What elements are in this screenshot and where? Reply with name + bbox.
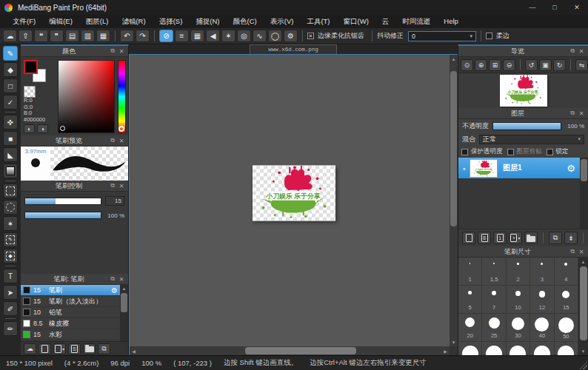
eraser-tool[interactable]: ◆	[3, 62, 18, 77]
chat-button[interactable]: ❞	[50, 30, 64, 42]
saturation-cursor[interactable]	[60, 126, 65, 131]
new-layer-button[interactable]	[462, 232, 475, 244]
popout-icon[interactable]: ⧉	[108, 275, 117, 283]
zoom-reset-button[interactable]: ⊙	[461, 59, 473, 71]
brush-size-option[interactable]	[482, 342, 506, 355]
layer-gear-icon[interactable]: ⚙	[567, 163, 575, 174]
eyedropper-tool[interactable]: ✐	[3, 301, 18, 316]
menu-window[interactable]: 窗口(W)	[337, 15, 375, 28]
foreground-color-swatch[interactable]	[24, 60, 38, 74]
close-icon[interactable]: ✕	[117, 276, 126, 283]
menu-cloud[interactable]: 云	[375, 15, 396, 28]
transparent-color-swatch[interactable]	[24, 86, 36, 98]
cloud-brush-button[interactable]: ☁	[24, 343, 36, 354]
layer-opacity-slider[interactable]	[492, 122, 561, 130]
soft-edge-checkbox[interactable]	[486, 33, 492, 39]
menu-layer[interactable]: 图层(L)	[79, 15, 116, 28]
curve-tool[interactable]: ✓	[3, 95, 18, 110]
menu-tools[interactable]: 工具(T)	[300, 15, 336, 28]
hue-slider[interactable]	[118, 60, 126, 133]
select-tool[interactable]	[3, 184, 18, 198]
resize-grip[interactable]	[579, 361, 587, 369]
menu-file[interactable]: 文件(F)	[6, 15, 42, 28]
scroll-up-icon[interactable]: ▲	[578, 258, 588, 266]
brush-opacity-slider[interactable]	[24, 212, 101, 219]
undo-button[interactable]: ↶	[120, 30, 134, 42]
layer-folder-button[interactable]	[524, 232, 538, 244]
brush-size-option[interactable]: 40	[530, 314, 554, 342]
brush-list-scrollbar[interactable]: ▲	[120, 285, 128, 341]
scroll-right-icon[interactable]: ▶	[441, 346, 450, 355]
brush-size-option[interactable]	[507, 342, 530, 355]
hue-cursor[interactable]	[118, 126, 124, 132]
maximize-button[interactable]: □	[544, 0, 566, 15]
brush-size-option[interactable]: 15	[555, 286, 578, 314]
flip-button[interactable]: ⇋	[575, 59, 588, 71]
scrollbar-thumb[interactable]	[245, 347, 356, 354]
brush-size-option[interactable]	[555, 342, 578, 355]
zoom-fit-button[interactable]: ⊞	[489, 59, 501, 71]
rotate-left-button[interactable]: ↺	[525, 59, 538, 71]
scrollbar-thumb[interactable]	[450, 71, 457, 226]
close-button[interactable]: ✕	[566, 0, 588, 15]
layer-item[interactable]: ● 图层1 ⚙	[458, 158, 580, 178]
select-eraser-tool[interactable]: ◆	[3, 249, 18, 263]
brush-size-option[interactable]	[530, 342, 554, 355]
close-icon[interactable]: ✕	[117, 48, 126, 55]
minimize-button[interactable]: —	[521, 0, 544, 15]
snap-ellipse-button[interactable]: ◯	[268, 30, 282, 42]
color-swatches[interactable]	[24, 60, 49, 84]
brush-list-item[interactable]: 15 水彩	[21, 329, 120, 340]
gradient-tool[interactable]	[3, 164, 18, 178]
add-layer-menu-button[interactable]: +▾	[509, 232, 522, 244]
snap-concentric-button[interactable]: ◎	[237, 30, 251, 42]
bucket-tool[interactable]: ◣	[3, 147, 18, 162]
new-1bit-layer-button[interactable]: 1	[493, 232, 507, 244]
lasso-tool[interactable]	[3, 200, 18, 215]
snap-parallel-button[interactable]: ≡	[175, 30, 189, 42]
brush-tool[interactable]: ✎	[3, 46, 18, 61]
material-list-button[interactable]: ▥	[81, 30, 95, 42]
close-icon[interactable]: ✕	[577, 48, 586, 55]
zoom-out-button[interactable]: ⊖	[503, 59, 515, 71]
brush-size-option[interactable]: 1.5	[482, 258, 506, 286]
brush-size-option[interactable]: 5	[458, 286, 482, 314]
close-icon[interactable]: ✕	[577, 249, 586, 255]
close-icon[interactable]: ✕	[577, 110, 586, 117]
popout-icon[interactable]: ⧉	[568, 47, 577, 55]
zoom-in-button[interactable]: ⊕	[475, 59, 487, 71]
cloud-button[interactable]: ☁	[3, 30, 17, 42]
protect-alpha-checkbox[interactable]	[461, 149, 468, 155]
brush-size-option[interactable]: 1	[458, 258, 482, 286]
popout-icon[interactable]: ⧉	[568, 248, 577, 255]
popout-icon[interactable]: ⧉	[108, 182, 117, 189]
menu-timelapse[interactable]: 时间流逝	[395, 15, 437, 28]
hand-tool[interactable]: ✏	[3, 321, 18, 336]
magic-wand-tool[interactable]: ✶	[3, 216, 18, 231]
document-tab[interactable]: www.x6d.com.png	[250, 44, 337, 54]
close-icon[interactable]: ✕	[117, 138, 126, 144]
canvas-image[interactable]	[253, 165, 335, 221]
popout-icon[interactable]: ⧉	[568, 110, 577, 117]
publish-button[interactable]: ⇪	[19, 30, 33, 42]
brush-size-option[interactable]: 25	[482, 314, 506, 342]
horizontal-scrollbar[interactable]: ◀ ▶	[130, 346, 450, 355]
brush-sizes-scrollbar[interactable]: ▲ ▼	[578, 258, 588, 355]
scrollbar-thumb[interactable]	[581, 159, 587, 181]
brush-size-option[interactable]: 12	[530, 286, 554, 314]
scroll-down-icon[interactable]: ▼	[450, 338, 458, 346]
menu-filter[interactable]: 滤镜(R)	[115, 15, 152, 28]
add-brush-button[interactable]	[39, 343, 51, 354]
duplicate-brush-button[interactable]: ⧉	[98, 343, 110, 354]
clipping-checkbox[interactable]	[507, 149, 514, 155]
text-tool[interactable]: T	[3, 269, 18, 283]
close-icon[interactable]: ✕	[117, 183, 126, 189]
saturation-picker[interactable]	[58, 60, 115, 133]
scrollbar-thumb[interactable]	[580, 266, 587, 340]
brush-size-option[interactable]: 10	[507, 286, 530, 314]
move-tool[interactable]: ✜	[3, 115, 18, 130]
layer-list-scrollbar[interactable]	[580, 158, 588, 229]
dot-tool[interactable]: □	[3, 78, 18, 93]
popout-icon[interactable]: ⧉	[108, 47, 117, 55]
brush-list-item[interactable]: 15 笔刷 ⚙	[21, 285, 120, 296]
